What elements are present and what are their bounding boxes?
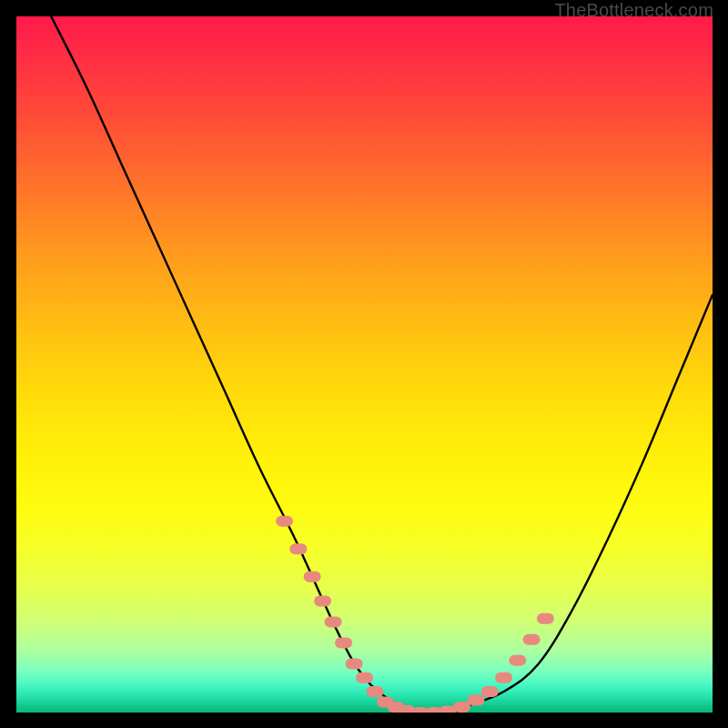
highlight-dot: [356, 672, 373, 683]
highlight-dot: [467, 694, 484, 705]
curve-layer: [16, 16, 713, 713]
highlight-dot: [314, 596, 331, 607]
watermark-text: TheBottleneck.com: [554, 0, 713, 21]
highlight-dot: [289, 543, 307, 554]
highlight-dot: [537, 613, 554, 624]
highlight-dot: [509, 655, 526, 666]
highlight-dot: [304, 571, 321, 582]
highlight-dot: [495, 672, 512, 683]
highlight-dot: [325, 617, 342, 628]
bottleneck-curve: [51, 16, 713, 713]
highlight-dot: [335, 638, 352, 649]
highlight-dot: [276, 516, 293, 527]
highlight-dot: [453, 702, 470, 713]
plot-area: [16, 16, 713, 713]
chart-container: TheBottleneck.com: [0, 0, 728, 728]
highlight-dot: [481, 686, 499, 697]
highlight-dot: [523, 634, 541, 645]
highlight-dot: [366, 686, 383, 697]
highlight-dot: [346, 658, 363, 669]
